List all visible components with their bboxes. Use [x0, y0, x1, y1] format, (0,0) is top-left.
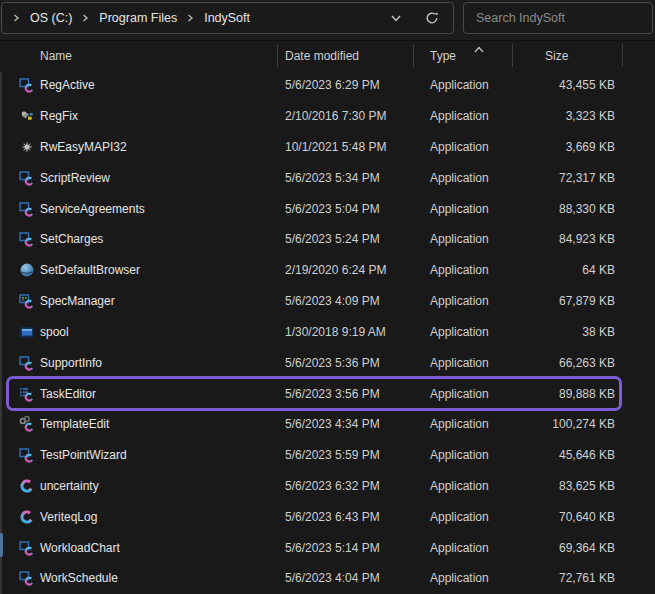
task-list-icon: [19, 386, 35, 402]
breadcrumb-item[interactable]: Program Files: [99, 11, 177, 25]
file-name: RegActive: [40, 78, 95, 92]
file-name: RwEasyMAPI32: [40, 140, 127, 154]
column-header-type[interactable]: Type: [430, 49, 456, 63]
indysoft-app-icon: [19, 77, 35, 93]
breadcrumb: OS (C:)Program FilesIndySoft: [12, 11, 385, 25]
file-date-modified: 5/6/2023 6:32 PM: [285, 479, 380, 493]
file-row[interactable]: ScriptReview 5/6/2023 5:34 PM Applicatio…: [0, 162, 655, 193]
file-row[interactable]: uncertainty 5/6/2023 6:32 PM Application…: [0, 471, 655, 502]
file-date-modified: 2/10/2016 7:30 PM: [285, 109, 386, 123]
file-name: ServiceAgreements: [40, 202, 145, 216]
file-row[interactable]: SetDefaultBrowser 2/19/2020 6:24 PM Appl…: [0, 255, 655, 286]
column-header-size[interactable]: Size: [545, 49, 568, 63]
file-size: 72,317 KB: [480, 171, 615, 185]
file-list: RegActive 5/6/2023 6:29 PM Application 4…: [0, 70, 655, 594]
file-name: RegFix: [40, 109, 78, 123]
column-header-name[interactable]: Name: [40, 49, 72, 63]
file-size: 67,879 KB: [480, 294, 615, 308]
file-date-modified: 5/6/2023 4:34 PM: [285, 417, 380, 431]
file-size: 70,640 KB: [480, 510, 615, 524]
column-divider[interactable]: [277, 44, 278, 67]
file-date-modified: 5/6/2023 5:04 PM: [285, 202, 380, 216]
left-scrollbar-thumb[interactable]: [0, 533, 3, 557]
gradient-c-icon: [19, 478, 35, 494]
refresh-icon[interactable]: [421, 7, 443, 29]
file-size: 89,888 KB: [480, 387, 615, 401]
file-size: 64 KB: [480, 263, 615, 277]
file-name: SpecManager: [40, 294, 115, 308]
file-name: uncertainty: [40, 479, 99, 493]
spool-window-icon: [19, 324, 35, 340]
file-row[interactable]: ServiceAgreements 5/6/2023 5:04 PM Appli…: [0, 193, 655, 224]
indysoft-app-icon: [19, 570, 35, 586]
file-row[interactable]: SpecManager 5/6/2023 4:09 PM Application…: [0, 286, 655, 317]
file-size: 3,323 KB: [480, 109, 615, 123]
file-date-modified: 5/6/2023 5:34 PM: [285, 171, 380, 185]
file-row[interactable]: RwEasyMAPI32 10/1/2021 5:48 PM Applicati…: [0, 132, 655, 163]
file-date-modified: 5/6/2023 4:04 PM: [285, 571, 380, 585]
search-input[interactable]: [464, 11, 652, 25]
file-row[interactable]: RegActive 5/6/2023 6:29 PM Application 4…: [0, 70, 655, 101]
file-date-modified: 2/19/2020 6:24 PM: [285, 263, 386, 277]
file-name: ScriptReview: [40, 171, 110, 185]
column-header-date-modified[interactable]: Date modified: [285, 49, 359, 63]
breadcrumb-item[interactable]: IndySoft: [204, 11, 250, 25]
file-row[interactable]: WorkSchedule 5/6/2023 4:04 PM Applicatio…: [0, 563, 655, 594]
file-name: TestPointWizard: [40, 448, 127, 462]
file-row[interactable]: TemplateEdit 5/6/2023 4:34 PM Applicatio…: [0, 409, 655, 440]
file-size: 66,263 KB: [480, 356, 615, 370]
file-name: SetCharges: [40, 232, 103, 246]
file-date-modified: 5/6/2023 5:14 PM: [285, 541, 380, 555]
breadcrumb-chevron-icon: [186, 13, 195, 23]
file-name: TemplateEdit: [40, 417, 109, 431]
file-date-modified: 5/6/2023 6:29 PM: [285, 78, 380, 92]
indysoft-app-icon: [19, 231, 35, 247]
file-size: 38 KB: [480, 325, 615, 339]
file-row[interactable]: SetCharges 5/6/2023 5:24 PM Application …: [0, 224, 655, 255]
indysoft-app-icon: [19, 355, 35, 371]
file-size: 69,364 KB: [480, 541, 615, 555]
column-divider[interactable]: [622, 44, 623, 67]
browser-globe-icon: [19, 262, 35, 278]
file-size: 83,625 KB: [480, 479, 615, 493]
search-box: [463, 2, 653, 34]
gradient-c-icon: [19, 509, 35, 525]
mapi-gray-icon: [19, 139, 35, 155]
file-row[interactable]: TestPointWizard 5/6/2023 5:59 PM Applica…: [0, 440, 655, 471]
column-divider[interactable]: [512, 44, 513, 67]
breadcrumb-item[interactable]: OS (C:): [30, 11, 72, 25]
file-date-modified: 5/6/2023 4:09 PM: [285, 294, 380, 308]
file-date-modified: 5/6/2023 5:36 PM: [285, 356, 380, 370]
file-date-modified: 5/6/2023 5:24 PM: [285, 232, 380, 246]
file-name: SupportInfo: [40, 356, 102, 370]
file-name: spool: [40, 325, 69, 339]
indysoft-app-icon: [19, 201, 35, 217]
file-row[interactable]: SupportInfo 5/6/2023 5:36 PM Application…: [0, 347, 655, 378]
indysoft-app-icon: [19, 447, 35, 463]
file-size: 45,646 KB: [480, 448, 615, 462]
column-header-row: Name Date modified Type Size: [0, 41, 655, 70]
file-size: 3,669 KB: [480, 140, 615, 154]
indysoft-app-icon: [19, 170, 35, 186]
sort-ascending-icon: [472, 41, 486, 59]
chevron-down-icon[interactable]: [385, 7, 407, 29]
breadcrumb-chevron-icon: [81, 13, 90, 23]
file-name: WorkSchedule: [40, 571, 118, 585]
file-name: SetDefaultBrowser: [40, 263, 140, 277]
file-row[interactable]: TaskEditor 5/6/2023 3:56 PM Application …: [0, 378, 655, 409]
file-row[interactable]: VeriteqLog 5/6/2023 6:43 PM Application …: [0, 501, 655, 532]
file-row[interactable]: RegFix 2/10/2016 7:30 PM Application 3,3…: [0, 101, 655, 132]
file-name: WorkloadChart: [40, 541, 120, 555]
left-edge-divider: [0, 72, 2, 594]
file-date-modified: 5/6/2023 6:43 PM: [285, 510, 380, 524]
file-size: 88,330 KB: [480, 202, 615, 216]
file-size: 43,455 KB: [480, 78, 615, 92]
column-divider[interactable]: [413, 44, 414, 67]
file-date-modified: 5/6/2023 5:59 PM: [285, 448, 380, 462]
file-row[interactable]: spool 1/30/2018 9:19 AM Application 38 K…: [0, 317, 655, 348]
toolbar: OS (C:)Program FilesIndySoft: [0, 0, 655, 41]
file-date-modified: 5/6/2023 3:56 PM: [285, 387, 380, 401]
spec-manager-icon: [19, 293, 35, 309]
file-row[interactable]: WorkloadChart 5/6/2023 5:14 PM Applicati…: [0, 532, 655, 563]
address-bar[interactable]: OS (C:)Program FilesIndySoft: [1, 2, 454, 34]
